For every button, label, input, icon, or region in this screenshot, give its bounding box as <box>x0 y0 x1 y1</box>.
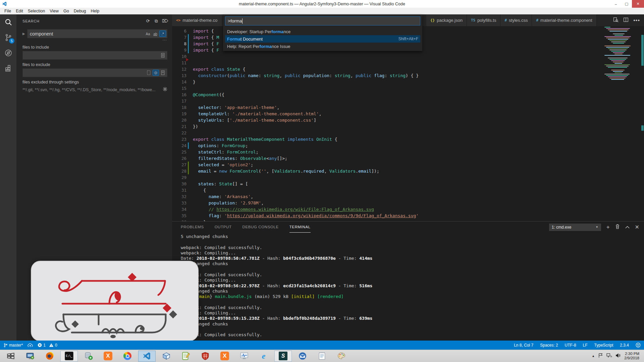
open-preview-icon[interactable] <box>613 17 619 24</box>
match-case-icon[interactable]: Aa <box>145 31 151 37</box>
taskbar-xampp-icon[interactable]: X <box>99 351 117 362</box>
volume-icon[interactable] <box>615 353 621 359</box>
taskbar-resource-monitor-icon[interactable] <box>235 351 253 362</box>
minimap[interactable] <box>604 27 639 80</box>
taskbar-s-app-icon[interactable]: S <box>274 351 292 362</box>
exclude-pattern-icon[interactable] <box>146 70 152 76</box>
menu-file[interactable]: File <box>2 9 13 13</box>
panel-tab-debug-console[interactable]: DEBUG CONSOLE <box>243 222 279 233</box>
taskbar-notepad-plus-plus-icon[interactable] <box>177 351 195 362</box>
status-typescript[interactable]: TypeScript <box>594 343 613 348</box>
new-terminal-icon[interactable]: + <box>606 224 610 231</box>
taskbar-vscode-icon[interactable] <box>138 351 156 362</box>
files-to-exclude-input[interactable] <box>22 68 167 77</box>
palette-item[interactable]: Help: Report Performance Issue <box>225 43 420 50</box>
tab-package-json[interactable]: {}package.json <box>426 14 467 26</box>
error-icon <box>38 343 42 347</box>
ignore-files-icon[interactable] <box>160 70 166 76</box>
status-ln-8-col-7[interactable]: Ln 8, Col 7 <box>514 343 533 348</box>
menu-go[interactable]: Go <box>61 9 71 13</box>
line-number: 12 <box>172 66 186 72</box>
search-input[interactable]: component Aa ab .* <box>27 29 167 38</box>
problems-status[interactable]: 1 0 <box>38 343 57 348</box>
files-to-include-input[interactable] <box>22 51 167 60</box>
taskbar-database-play-icon[interactable] <box>80 351 97 362</box>
menu-edit[interactable]: Edit <box>13 9 25 13</box>
status-lf[interactable]: LF <box>583 343 588 348</box>
line-number: 36 <box>172 219 186 221</box>
taskbar-chrome-icon[interactable] <box>119 351 136 362</box>
palette-item[interactable]: Format DocumentShift+Alt+F <box>225 35 420 43</box>
collapse-all-icon[interactable]: ⧉ <box>154 18 159 24</box>
minimize-button[interactable]: – <box>610 0 621 8</box>
status-bar: master* 1 0 Ln 8, Col 7Spaces: 2UTF-8LFT… <box>0 341 644 350</box>
taskbar-virtualbox-icon[interactable] <box>158 351 175 362</box>
refresh-icon[interactable]: ⟳ <box>145 18 151 24</box>
kill-terminal-icon[interactable] <box>615 224 620 230</box>
status-utf-8[interactable]: UTF-8 <box>565 343 576 348</box>
menu-debug[interactable]: Debug <box>71 9 89 13</box>
maximize-panel-icon[interactable] <box>625 224 630 230</box>
sync-status[interactable] <box>28 343 33 348</box>
split-editor-icon[interactable] <box>623 17 629 24</box>
toggle-search-details-icon[interactable]: ··· <box>22 38 167 42</box>
close-panel-icon[interactable]: ✕ <box>635 224 639 230</box>
panel-header: PROBLEMSOUTPUTDEBUG CONSOLETERMINAL 1: c… <box>172 222 644 233</box>
git-branch-status[interactable]: master* <box>3 343 23 348</box>
status-spaces-2[interactable]: Spaces: 2 <box>540 343 558 348</box>
source-control-icon[interactable]: 5 <box>0 30 16 45</box>
palette-item-label: t Document <box>240 37 263 42</box>
panel-tab-output[interactable]: OUTPUT <box>215 222 232 233</box>
network-icon[interactable] <box>606 353 612 359</box>
more-actions-icon[interactable]: ••• <box>633 17 640 23</box>
menu-selection[interactable]: Selection <box>25 9 47 13</box>
hidden-icons-icon[interactable]: ▲ <box>592 354 595 358</box>
taskbar-firefox-icon[interactable] <box>41 351 58 362</box>
clear-search-icon[interactable]: ⌦ <box>162 18 167 24</box>
tab-label: material-theme.component <box>540 18 592 23</box>
code-line: 17 <box>172 98 644 104</box>
menu-help[interactable]: Help <box>89 9 102 13</box>
tab-styles-css[interactable]: #styles.css <box>500 14 532 26</box>
debug-icon[interactable] <box>0 45 16 61</box>
line-number: 31 <box>172 187 186 193</box>
tab-material-theme-component-html[interactable]: <> material-theme.co <box>172 14 223 26</box>
maximize-button[interactable]: ▢ <box>621 0 632 8</box>
feedback-smiley-icon[interactable] <box>636 343 641 348</box>
status-2-3-4[interactable]: 2.3.4 <box>620 343 629 348</box>
taskbar-clock[interactable]: 2:30 PM 2/9/2018 <box>624 352 639 360</box>
terminal-select[interactable]: 1: cmd.exe ▼ <box>549 224 601 231</box>
code-line: 12export class State { <box>172 66 644 72</box>
use-exclude-settings-icon[interactable] <box>153 70 159 76</box>
taskbar-xampp-2-icon[interactable]: X <box>216 351 233 362</box>
taskbar-start-icon[interactable] <box>2 351 19 362</box>
regex-icon[interactable]: .* <box>159 31 166 37</box>
palette-item[interactable]: Developer: Startup Performance <box>225 28 420 35</box>
code-editor[interactable]: 6import { 7import { M8import { F9import … <box>172 26 644 221</box>
command-palette-input[interactable]: >forma <box>225 16 420 25</box>
panel-tab-problems[interactable]: PROBLEMS <box>181 222 204 233</box>
extensions-icon[interactable] <box>0 61 16 76</box>
search-icon[interactable] <box>0 14 16 30</box>
taskbar-notepad-icon[interactable] <box>313 351 331 362</box>
tab-label: styles.css <box>509 18 528 23</box>
open-editors-icon[interactable] <box>160 52 166 58</box>
taskbar-cmd-icon[interactable]: C:\_ <box>60 351 78 362</box>
taskbar-paint-icon[interactable] <box>333 351 350 362</box>
taskbar-remote-desktop-icon[interactable] <box>21 351 39 362</box>
panel-tab-terminal[interactable]: TERMINAL <box>289 222 311 233</box>
taskbar-internet-explorer-icon[interactable]: e <box>255 351 272 362</box>
line-number: 10 <box>172 53 186 60</box>
taskbar-security-shield-icon[interactable] <box>197 351 214 362</box>
terminal-output[interactable]: 5 unchanged chunks webpack: Compiled suc… <box>172 233 644 341</box>
action-center-flag-icon[interactable] <box>598 353 603 359</box>
text-caret <box>242 18 243 24</box>
menu-view[interactable]: View <box>47 9 61 13</box>
tab-polyfills-ts[interactable]: TSpolyfills.ts <box>467 14 501 26</box>
taskbar-thunderbird-icon[interactable] <box>294 351 311 362</box>
close-button[interactable]: ✕ <box>632 0 644 8</box>
whole-word-icon[interactable]: ab <box>152 31 159 37</box>
tab-material-theme-component[interactable]: #material-theme.component <box>532 14 596 26</box>
toggle-replace-icon[interactable]: ▶ <box>22 32 27 36</box>
gear-icon[interactable] <box>163 87 167 93</box>
